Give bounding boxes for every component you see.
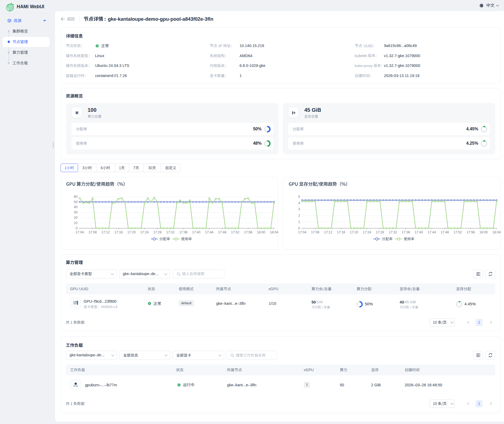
svg-text:3: 3 [298,207,300,211]
svg-text:0: 0 [76,226,78,230]
svg-text:50: 50 [74,200,78,204]
svg-text:0: 0 [298,226,300,230]
svg-text:10: 10 [74,221,78,225]
svg-text:17:52: 17:52 [454,230,462,234]
svg-text:40: 40 [74,205,78,209]
svg-text:17:16: 17:16 [337,230,345,234]
svg-text:17:32: 17:32 [166,230,174,234]
svg-text:2: 2 [298,214,300,217]
svg-text:17:28: 17:28 [153,230,161,234]
svg-text:17:20: 17:20 [127,230,136,234]
svg-text:17:24: 17:24 [140,230,148,234]
svg-text:5: 5 [298,195,300,199]
svg-text:17:52: 17:52 [231,230,239,234]
svg-text:17:44: 17:44 [205,230,213,234]
svg-text:17:40: 17:40 [192,230,200,234]
svg-text:17:08: 17:08 [311,230,319,234]
svg-text:17:48: 17:48 [218,230,226,234]
svg-text:17:12: 17:12 [324,230,332,234]
svg-text:18:04: 18:04 [270,230,278,234]
svg-text:18:00: 18:00 [480,230,488,234]
svg-text:17:20: 17:20 [350,230,358,234]
svg-text:17:28: 17:28 [376,230,384,234]
svg-text:18:04: 18:04 [492,230,501,234]
svg-text:17:36: 17:36 [402,230,410,234]
svg-text:30: 30 [74,211,78,214]
svg-text:17:24: 17:24 [363,230,371,234]
svg-text:17:32: 17:32 [389,230,397,234]
svg-text:18:00: 18:00 [257,230,265,234]
svg-text:60: 60 [74,195,78,199]
svg-text:4: 4 [298,201,300,205]
svg-text:17:08: 17:08 [88,230,97,234]
svg-text:1: 1 [298,220,300,224]
svg-text:17:56: 17:56 [467,230,475,234]
svg-text:17:12: 17:12 [101,230,110,234]
svg-text:17:16: 17:16 [114,230,123,234]
svg-text:17:56: 17:56 [244,230,252,234]
svg-text:17:44: 17:44 [428,230,436,234]
svg-text:17:04: 17:04 [298,230,306,234]
svg-text:17:40: 17:40 [415,230,423,234]
svg-text:17:48: 17:48 [441,230,449,234]
svg-text:17:04: 17:04 [75,230,84,234]
svg-text:20: 20 [74,216,78,220]
svg-text:17:36: 17:36 [179,230,187,234]
